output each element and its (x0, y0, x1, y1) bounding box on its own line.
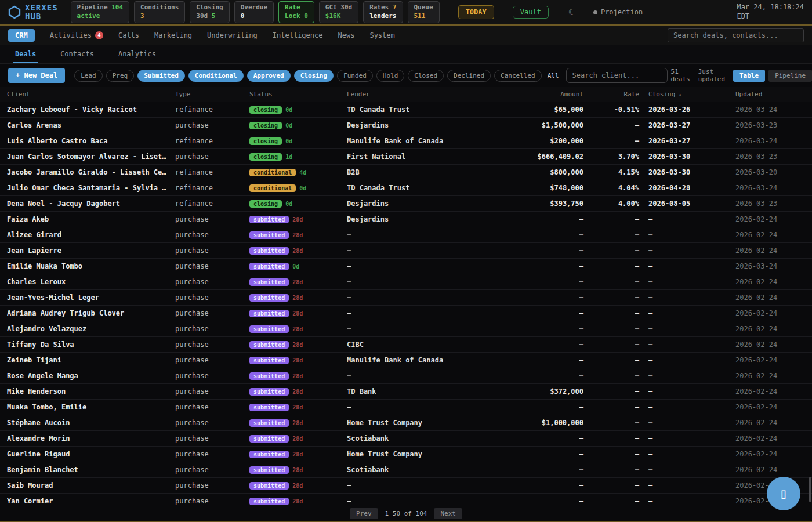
tab-system[interactable]: System (369, 31, 394, 39)
days-in-status: 28d (292, 373, 303, 379)
filter-declined[interactable]: Declined (447, 70, 491, 82)
table-row[interactable]: Julio Omar Checa Santamaria - Sylvia …re… (0, 180, 812, 196)
column-header-client[interactable]: Client (7, 90, 175, 98)
projection-label: Projection (601, 8, 643, 16)
table-row[interactable]: Muaka Tombo, Emiliepurchasesubmitted28d—… (0, 400, 812, 415)
filter-preq[interactable]: Preq (106, 70, 135, 82)
table-row[interactable]: Jean Lapierrepurchasesubmitted28d————202… (0, 243, 812, 259)
global-search-input[interactable] (668, 28, 804, 42)
cell-status: submitted28d (249, 294, 347, 302)
table-row[interactable]: Stéphane Aucoinpurchasesubmitted28dHome … (0, 415, 812, 431)
table-row[interactable]: Guerline Rigaudpurchasesubmitted28dHome … (0, 447, 812, 462)
tab-underwriting[interactable]: Underwriting (207, 31, 258, 39)
table-row[interactable]: Alexandre Morinpurchasesubmitted28dScoti… (0, 431, 812, 447)
table-row[interactable]: Zeineb Tijanipurchasesubmitted28dManulif… (0, 353, 812, 368)
filter-hold[interactable]: Hold (376, 70, 405, 82)
filter-all[interactable]: All (548, 72, 559, 79)
cell-amount: — (493, 246, 583, 255)
column-header-amount[interactable]: Amount (493, 90, 583, 98)
filter-conditional[interactable]: Conditional (188, 70, 244, 82)
logo-title: XERXES (25, 3, 58, 12)
cell-type: purchase (175, 434, 249, 443)
floating-action-button[interactable]: ▯ (767, 477, 800, 510)
table-row[interactable]: Juan Carlos Sotomayor Alvarez - Liset…pu… (0, 149, 812, 165)
tab-news[interactable]: News (338, 31, 355, 39)
table-row[interactable]: Faiza Akebpurchasesubmitted28dDesjardins… (0, 212, 812, 227)
table-row[interactable]: Zachary Leboeuf - Vicky Racicotrefinance… (0, 102, 812, 118)
prev-page-button[interactable]: Prev (350, 508, 378, 519)
cell-lender: First National (347, 153, 493, 161)
stat-rate-lock: RateLock 0 (278, 1, 314, 23)
column-header-lender[interactable]: Lender (347, 90, 493, 98)
column-header-closing[interactable]: Closing▴ (639, 90, 722, 98)
table-row[interactable]: Dena Noel - Jacquy Dagobertrefinanceclos… (0, 196, 812, 212)
table-row[interactable]: Rose Angele Mangapurchasesubmitted28d———… (0, 368, 812, 384)
filter-closed[interactable]: Closed (408, 70, 444, 82)
moon-icon[interactable]: ☾ (568, 7, 574, 17)
cell-status: closing0d (249, 106, 347, 114)
cell-type: refinance (175, 106, 249, 114)
logo[interactable]: XERXES HUB (8, 3, 58, 21)
filter-lead[interactable]: Lead (74, 70, 103, 82)
tab-activities[interactable]: Activities4 (50, 31, 103, 39)
table-row[interactable]: Yan Cormierpurchasesubmitted28d————2026-… (0, 494, 812, 505)
column-header-rate[interactable]: Rate (583, 90, 639, 98)
cell-updated: 2026-02-24 (722, 231, 797, 239)
cell-closing: — (639, 246, 722, 255)
cell-type: purchase (175, 497, 249, 505)
tab-crm[interactable]: CRM (8, 29, 35, 42)
logo-subtitle: HUB (25, 12, 58, 21)
filter-funded[interactable]: Funded (337, 70, 373, 82)
subtab-analytics[interactable]: Analytics (116, 46, 158, 63)
cell-lender: CIBC (347, 340, 493, 349)
table-row[interactable]: Jean-Yves-Michel Legerpurchasesubmitted2… (0, 290, 812, 306)
tab-intelligence[interactable]: Intelligence (273, 31, 323, 39)
tab-marketing[interactable]: Marketing (154, 31, 192, 39)
cell-type: refinance (175, 137, 249, 145)
today-button[interactable]: TODAY (458, 5, 494, 19)
client-search-input[interactable] (566, 68, 668, 83)
tab-calls[interactable]: Calls (118, 31, 139, 39)
cell-amount: — (493, 215, 583, 223)
subtab-deals[interactable]: Deals (13, 46, 38, 63)
vault-button[interactable]: Vault (513, 6, 549, 19)
table-row[interactable]: Benjamin Blanchetpurchasesubmitted28dSco… (0, 462, 812, 478)
cell-closing: — (639, 450, 722, 458)
table-row[interactable]: Jacobo Jaramillo Giraldo - Lisseth Ce…re… (0, 165, 812, 180)
filter-submitted[interactable]: Submitted (137, 70, 185, 82)
scrollbar-thumb[interactable] (809, 477, 811, 502)
cell-client: Zachary Leboeuf - Vicky Racicot (7, 106, 175, 114)
view-pipeline-button[interactable]: Pipeline (768, 70, 812, 82)
table-row[interactable]: Alejandro Velazquezpurchasesubmitted28d—… (0, 321, 812, 337)
table-row[interactable]: Luis Alberto Castro Bacarefinanceclosing… (0, 133, 812, 149)
filter-approved[interactable]: Approved (247, 70, 291, 82)
table-row[interactable]: Alizee Girardpurchasesubmitted28d————202… (0, 227, 812, 243)
cell-status: closing0d (249, 200, 347, 208)
cell-rate: — (583, 481, 639, 490)
table-row[interactable]: Carlos Arenaspurchaseclosing0dDesjardins… (0, 118, 812, 133)
fab-icon: ▯ (780, 487, 788, 501)
cell-client: Adriana Audrey Trigub Clover (7, 309, 175, 317)
column-header-status[interactable]: Status (249, 90, 347, 98)
filter-closing[interactable]: Closing (294, 70, 334, 82)
table-row[interactable]: Adriana Audrey Trigub Cloverpurchasesubm… (0, 306, 812, 321)
view-table-button[interactable]: Table (733, 70, 765, 82)
next-page-button[interactable]: Next (434, 508, 462, 519)
projection-dot-icon (593, 10, 597, 14)
table-row[interactable]: Mike Hendersonpurchasesubmitted28dTD Ban… (0, 384, 812, 400)
filter-cancelled[interactable]: Cancelled (494, 70, 542, 82)
cell-amount: — (493, 497, 583, 505)
table-row[interactable]: Tiffany Da Silvapurchasesubmitted28dCIBC… (0, 337, 812, 353)
status-badge: submitted (249, 310, 289, 317)
column-header-updated[interactable]: Updated (722, 90, 797, 98)
cell-closing: 2026-03-27 (639, 137, 722, 145)
subtab-contacts[interactable]: Contacts (58, 46, 96, 63)
column-header-type[interactable]: Type (175, 90, 249, 98)
status-badge: submitted (249, 325, 289, 333)
table-row[interactable]: Saib Mouradpurchasesubmitted28d————2026-… (0, 478, 812, 494)
status-badge: submitted (249, 294, 289, 302)
new-deal-button[interactable]: + New Deal (8, 68, 65, 83)
table-row[interactable]: Emilie Muaka Tombopurchasesubmitted0d———… (0, 259, 812, 274)
cell-lender: — (347, 309, 493, 317)
table-row[interactable]: Charles Lerouxpurchasesubmitted28d————20… (0, 274, 812, 290)
